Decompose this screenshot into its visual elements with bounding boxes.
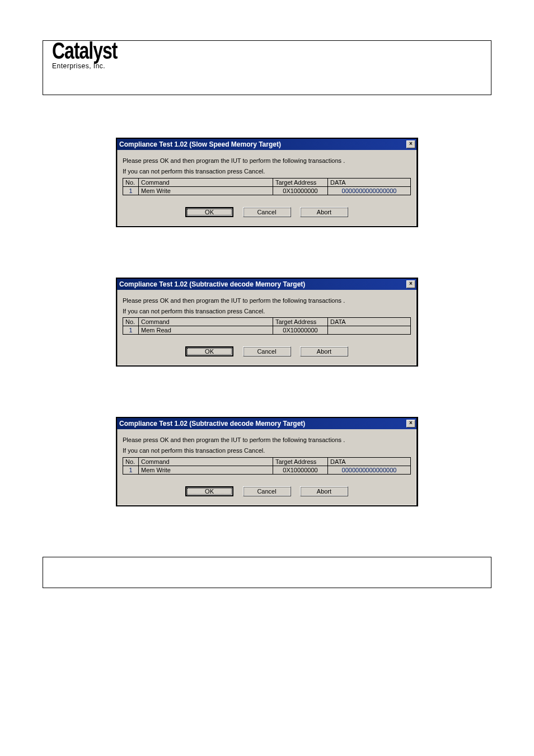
window-title: Compliance Test 1.02 (Subtractive decode… <box>119 420 305 428</box>
col-header-data: DATA <box>328 178 411 186</box>
cell-no: 1 <box>123 326 139 335</box>
button-row: OK Cancel Abort <box>123 195 411 220</box>
col-header-no: No. <box>123 178 139 186</box>
cell-command: Mem Write <box>139 186 273 195</box>
abort-button[interactable]: Abort <box>300 207 348 217</box>
cell-command: Mem Write <box>139 466 273 475</box>
page-footer-frame <box>43 557 491 588</box>
document-page: Catalyst Enterprises, Inc. Compliance Te… <box>0 40 534 588</box>
col-header-target: Target Address <box>273 178 328 186</box>
close-icon[interactable]: × <box>406 140 415 148</box>
cell-target: 0X10000000 <box>273 466 328 475</box>
button-row: OK Cancel Abort <box>123 335 411 360</box>
cell-command: Mem Read <box>139 326 273 335</box>
col-header-target: Target Address <box>273 318 328 326</box>
dialog-body: Please press OK and then program the IUT… <box>117 150 416 226</box>
cell-data: 0000000000000000 <box>328 466 411 475</box>
cancel-button[interactable]: Cancel <box>243 207 291 217</box>
col-header-command: Command <box>139 458 273 466</box>
col-header-no: No. <box>123 458 139 466</box>
instruction-line-2: If you can not perform this transaction … <box>123 307 411 316</box>
close-icon[interactable]: × <box>406 420 415 428</box>
window-title: Compliance Test 1.02 (Subtractive decode… <box>119 280 305 288</box>
dialog-body: Please press OK and then program the IUT… <box>117 290 416 366</box>
dialog-body: Please press OK and then program the IUT… <box>117 429 416 505</box>
cell-data <box>328 326 411 335</box>
cell-target: 0X10000000 <box>273 326 328 335</box>
instruction-line-1: Please press OK and then program the IUT… <box>123 157 411 165</box>
cell-data: 0000000000000000 <box>328 186 411 195</box>
window-titlebar: Compliance Test 1.02 (Subtractive decode… <box>117 279 416 290</box>
cell-target: 0X10000000 <box>273 186 328 195</box>
ok-button[interactable]: OK <box>185 346 233 356</box>
brand-logo: Catalyst Enterprises, Inc. <box>52 42 118 70</box>
window-titlebar: Compliance Test 1.02 (Slow Speed Memory … <box>117 139 416 150</box>
col-header-no: No. <box>123 318 139 326</box>
transactions-table: No. Command Target Address DATA 1 Mem Re… <box>123 317 411 335</box>
instruction-line-2: If you can not perform this transaction … <box>123 167 411 176</box>
dialog-stack: Compliance Test 1.02 (Slow Speed Memory … <box>0 98 534 506</box>
cell-no: 1 <box>123 186 139 195</box>
brand-name: Catalyst <box>52 39 118 63</box>
col-header-command: Command <box>139 178 273 186</box>
abort-button[interactable]: Abort <box>300 486 348 496</box>
instruction-line-1: Please press OK and then program the IUT… <box>123 297 411 305</box>
table-row: 1 Mem Write 0X10000000 0000000000000000 <box>123 186 411 195</box>
transactions-table: No. Command Target Address DATA 1 Mem Wr… <box>123 457 411 475</box>
transactions-table: No. Command Target Address DATA 1 Mem Wr… <box>123 178 411 195</box>
cancel-button[interactable]: Cancel <box>243 486 291 496</box>
dialog-container: Compliance Test 1.02 (Slow Speed Memory … <box>116 138 418 227</box>
compliance-dialog: Compliance Test 1.02 (Subtractive decode… <box>116 278 418 367</box>
col-header-command: Command <box>139 318 273 326</box>
ok-button[interactable]: OK <box>185 486 233 496</box>
table-header-row: No. Command Target Address DATA <box>123 178 411 186</box>
cell-no: 1 <box>123 466 139 475</box>
window-titlebar: Compliance Test 1.02 (Subtractive decode… <box>117 418 416 429</box>
instruction-line-2: If you can not perform this transaction … <box>123 447 411 455</box>
table-header-row: No. Command Target Address DATA <box>123 458 411 466</box>
dialog-container: Compliance Test 1.02 (Subtractive decode… <box>116 278 418 367</box>
table-row: 1 Mem Write 0X10000000 0000000000000000 <box>123 466 411 475</box>
col-header-data: DATA <box>328 318 411 326</box>
table-header-row: No. Command Target Address DATA <box>123 318 411 326</box>
abort-button[interactable]: Abort <box>300 346 348 356</box>
ok-button[interactable]: OK <box>185 207 233 217</box>
dialog-container: Compliance Test 1.02 (Subtractive decode… <box>116 417 418 506</box>
col-header-data: DATA <box>328 458 411 466</box>
cancel-button[interactable]: Cancel <box>243 346 291 356</box>
table-row: 1 Mem Read 0X10000000 <box>123 326 411 335</box>
window-title: Compliance Test 1.02 (Slow Speed Memory … <box>119 140 281 148</box>
col-header-target: Target Address <box>273 458 328 466</box>
instruction-line-1: Please press OK and then program the IUT… <box>123 436 411 444</box>
page-header-frame: Catalyst Enterprises, Inc. <box>43 40 491 95</box>
button-row: OK Cancel Abort <box>123 475 411 500</box>
compliance-dialog: Compliance Test 1.02 (Subtractive decode… <box>116 417 418 506</box>
close-icon[interactable]: × <box>406 280 415 288</box>
compliance-dialog: Compliance Test 1.02 (Slow Speed Memory … <box>116 138 418 227</box>
